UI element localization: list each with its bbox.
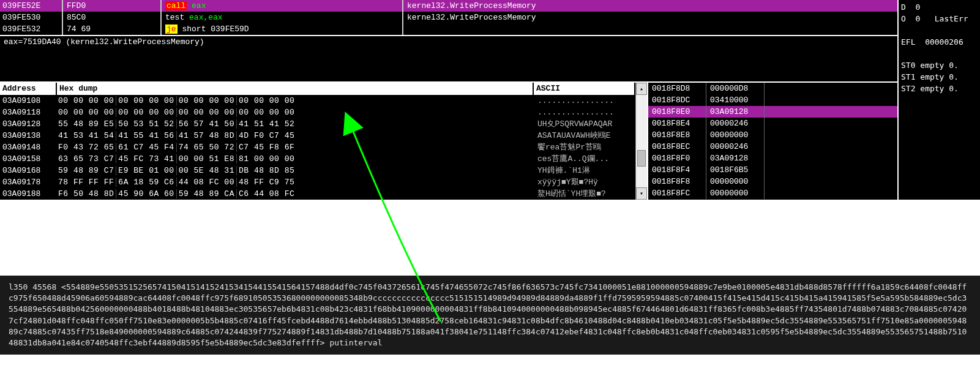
scroll-down-icon[interactable]: ▾ — [636, 187, 647, 200]
stack-rest — [765, 129, 897, 141]
disasm-instr: call eax — [162, 0, 403, 12]
mnemonic: call — [165, 1, 187, 10]
hex-row[interactable]: 03A0911800 00 00 0000 00 00 0000 00 00 0… — [0, 107, 635, 118]
hex-bytes: 59 48 89 C7E9 BE 01 0000 5E 48 31DB 48 8… — [56, 165, 535, 176]
disasm-row[interactable]: 039FE530 85C0 test eax,eax kernel32.Writ… — [0, 12, 897, 23]
hex-ascii: xÿÿÿj■Y艱■?Hÿ — [535, 176, 635, 188]
hex-ascii: ASATAUAVAWH峽鴎E — [535, 130, 635, 141]
hex-header-dump: Hex dump — [57, 83, 534, 95]
command-block: l350 45568 <554889e550535152565741504151… — [0, 276, 980, 355]
stack-rest — [765, 94, 897, 106]
stack-row[interactable]: 0018F8F003A09128 — [648, 152, 897, 164]
stack-row[interactable]: 0018F8E800000000 — [648, 129, 897, 141]
stack-value: 03A09128 — [706, 106, 765, 118]
hex-row[interactable]: 03A0917878 FF FF FF6A 18 59 C644 08 FC 0… — [0, 176, 635, 188]
stack-row[interactable]: 0018F8D8000000D8 — [648, 83, 897, 94]
hex-row[interactable]: 03A0913841 53 41 5441 55 41 5641 57 48 8… — [0, 130, 635, 141]
disasm-bytes: 85C0 — [63, 12, 162, 23]
scroll-thumb[interactable] — [637, 150, 646, 167]
disasm-bytes: 74 69 — [63, 23, 162, 35]
hex-bytes: F6 50 48 8D45 90 6A 6059 48 89 CAC6 44 0… — [56, 188, 535, 200]
mnemonic: test — [165, 13, 184, 22]
stack-value: 00000246 — [706, 118, 765, 129]
hex-bytes: 00 00 00 0000 00 00 0000 00 00 0000 00 0… — [56, 95, 535, 107]
hex-row[interactable]: 03A0916859 48 89 C7E9 BE 01 0000 5E 48 3… — [0, 165, 635, 176]
register-line: O 0 LastErr — [901, 13, 978, 24]
disasm-addr: 039FE530 — [0, 12, 63, 23]
hex-dump-panel[interactable]: Address Hex dump ASCII 03A0910800 00 00 … — [0, 83, 635, 200]
hex-ascii: 鰲H屻恬`YH埋艱■? — [535, 188, 635, 200]
disasm-comment: kernel32.WriteProcessMemory — [403, 12, 897, 23]
stack-rest — [765, 152, 897, 164]
stack-row[interactable]: 0018F8EC00000246 — [648, 141, 897, 152]
register-line: ST2 empty 0. — [901, 83, 978, 94]
disasm-row[interactable]: 039FE52E FFD0 call eax kernel32.WritePro… — [0, 0, 897, 12]
stack-value: 03A09128 — [706, 152, 765, 164]
disasm-row[interactable]: 039FE532 74 69 je short 039FE59D — [0, 23, 897, 35]
hex-ascii: 饗rea苔魅Pr苔鴎 — [535, 141, 635, 153]
disasm-addr: 039FE532 — [0, 23, 63, 35]
stack-value: 0018F6B5 — [706, 164, 765, 176]
register-line: D 0 — [901, 1, 978, 13]
stack-rest — [765, 118, 897, 129]
stack-addr: 0018F8E8 — [648, 129, 706, 141]
stack-row[interactable]: 0018F8FC00000000 — [648, 187, 897, 199]
stack-rest — [765, 83, 897, 94]
stack-addr: 0018F8D8 — [648, 83, 706, 94]
register-line — [901, 48, 978, 59]
operand: eax,eax — [189, 13, 223, 22]
hex-bytes: 41 53 41 5441 55 41 5641 57 48 8D4D F0 C… — [56, 130, 535, 141]
stack-row[interactable]: 0018F8E003A09128 — [648, 106, 897, 118]
scroll-track[interactable] — [636, 95, 647, 187]
hex-addr: 03A09188 — [0, 188, 56, 200]
disasm-instr: test eax,eax — [162, 12, 403, 23]
stack-addr: 0018F8F8 — [648, 176, 706, 187]
hex-row[interactable]: 03A09148F0 43 72 6561 C7 45 F474 65 50 7… — [0, 141, 635, 153]
hex-rows: 03A0910800 00 00 0000 00 00 0000 00 00 0… — [0, 95, 635, 200]
operand: short 039FE59D — [182, 24, 249, 34]
main-column: 039FE52E FFD0 call eax kernel32.WritePro… — [0, 0, 899, 200]
hex-addr: 03A09158 — [0, 153, 56, 165]
hex-row[interactable]: 03A0915863 65 73 C745 FC 73 4100 00 51 E… — [0, 153, 635, 165]
hex-addr: 03A09138 — [0, 130, 56, 141]
cmd-hex: 554889e550535152565741504151415241534154… — [9, 282, 967, 347]
disasm-comment — [403, 23, 897, 35]
stack-value: 00000000 — [706, 187, 765, 199]
stack-addr: 0018F8EC — [648, 141, 706, 152]
hex-row[interactable]: 03A0910800 00 00 0000 00 00 0000 00 00 0… — [0, 95, 635, 107]
stack-row[interactable]: 0018F8E400000246 — [648, 118, 897, 129]
register-line: ST1 empty 0. — [901, 71, 978, 83]
hex-header-address: Address — [0, 83, 57, 95]
stack-rest — [765, 164, 897, 176]
hex-row[interactable]: 03A0912855 48 89 E550 53 51 5256 57 41 5… — [0, 118, 635, 130]
disasm-bytes: FFD0 — [63, 0, 162, 12]
stack-value: 000000D8 — [706, 83, 765, 94]
info-bar: eax=7519DA40 (kernel32.WriteProcessMemor… — [0, 35, 897, 81]
hex-addr: 03A09148 — [0, 141, 56, 153]
hex-bytes: F0 43 72 6561 C7 45 F474 65 50 72C7 45 F… — [56, 141, 535, 153]
stack-row[interactable]: 0018F8F800000000 — [648, 176, 897, 187]
stack-value: 00000246 — [706, 141, 765, 152]
stack-addr: 0018F8E0 — [648, 106, 706, 118]
stack-panel[interactable]: 0018F8D8000000D80018F8DC034100000018F8E0… — [647, 83, 897, 200]
disassembly-panel[interactable]: 039FE52E FFD0 call eax kernel32.WritePro… — [0, 0, 897, 35]
stack-row[interactable]: 0018F8F40018F6B5 — [648, 164, 897, 176]
stack-addr: 0018F8F4 — [648, 164, 706, 176]
disasm-comment: kernel32.WriteProcessMemory — [403, 0, 897, 12]
stack-value: 00000000 — [706, 176, 765, 187]
stack-rest — [765, 176, 897, 187]
hex-addr: 03A09168 — [0, 165, 56, 176]
hex-bytes: 63 65 73 C745 FC 73 4100 00 51 E881 00 0… — [56, 153, 535, 165]
hex-scrollbar[interactable]: ▴ ▾ — [635, 83, 647, 200]
stack-row[interactable]: 0018F8DC03410000 — [648, 94, 897, 106]
hex-bytes: 78 FF FF FF6A 18 59 C644 08 FC 0048 FF C… — [56, 176, 535, 188]
hex-header-ascii: ASCII — [534, 83, 635, 95]
stack-rest — [765, 187, 897, 199]
hex-row[interactable]: 03A09188F6 50 48 8D45 90 6A 6059 48 89 C… — [0, 188, 635, 200]
stack-value: 03410000 — [706, 94, 765, 106]
mnemonic: je — [165, 24, 178, 34]
stack-addr: 0018F8F0 — [648, 152, 706, 164]
cmd-prefix: l350 45568 < — [9, 282, 66, 292]
hex-ascii: ................ — [535, 95, 635, 107]
scroll-up-icon[interactable]: ▴ — [636, 83, 647, 95]
